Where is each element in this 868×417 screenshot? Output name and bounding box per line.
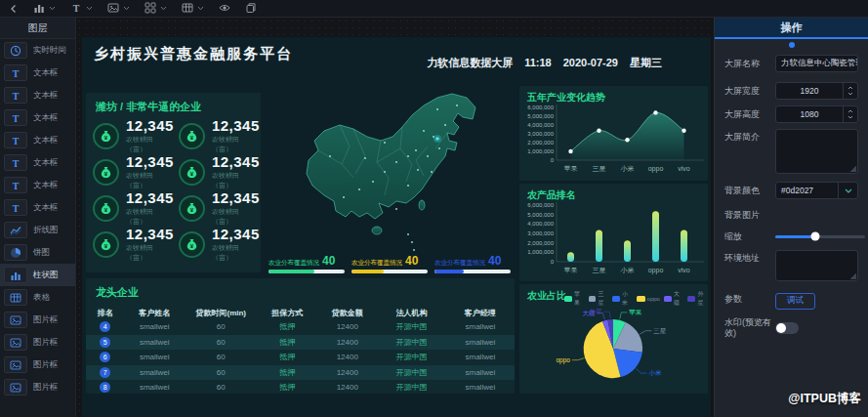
stat-item[interactable]: ¥ 12,345 农牧耕田（亩） [174, 190, 260, 227]
image-icon [4, 334, 27, 351]
layer-item-label: 图片框 [33, 382, 59, 394]
svg-text:6,000,000: 6,000,000 [527, 104, 554, 110]
image-icon [107, 0, 119, 18]
stat-item[interactable]: ¥ 12,345 农牧耕田（亩） [174, 227, 260, 263]
layer-item-label: 表格 [33, 292, 50, 304]
table-row[interactable]: 5smallwei60抵押12400开源中国smallwei [86, 335, 515, 351]
layer-item-line[interactable]: 折线图 [0, 219, 75, 241]
stat-item[interactable]: ¥ 12,345 农牧耕田（亩） [174, 154, 260, 190]
gauge-track [269, 270, 345, 273]
toolbar-copy-button[interactable] [245, 0, 257, 18]
layer-item-text[interactable]: T 文本框 [0, 62, 75, 84]
inspector-tabs[interactable] [715, 37, 868, 50]
table-cell: smallwei [446, 383, 515, 392]
table-header-cell: 客户姓名 [125, 308, 185, 318]
layer-item-text[interactable]: T 文本框 [0, 84, 75, 106]
toolbar-table-button[interactable] [182, 0, 204, 18]
table-cell: smallwei [446, 322, 515, 331]
layer-item-image[interactable]: 图片框 [0, 309, 75, 331]
layer-item-text[interactable]: T 文本框 [0, 106, 75, 129]
layer-item-bar[interactable]: 柱状图 [0, 264, 75, 286]
stat-item[interactable]: ¥ 12,345 农牧耕田（亩） [88, 154, 174, 190]
svg-text:5,000,000: 5,000,000 [527, 212, 554, 218]
layer-item-clock[interactable]: 实时时间 [0, 39, 75, 62]
layer-item-text[interactable]: T 文本框 [0, 196, 75, 219]
leading-enterprise-panel[interactable]: 龙头企业 排名客户姓名贷款时间(min)担保方式贷款金额法人机构客户经理4sma… [86, 278, 515, 394]
trend-chart-panel[interactable]: 五年产业变化趋势 01,000,0002,000,0003,000,0004,0… [519, 86, 708, 181]
resize-handle[interactable] [849, 272, 856, 279]
table-cell: smallwei [125, 353, 185, 361]
toolbar-eye-button[interactable] [219, 0, 230, 18]
layer-item-label: 折线图 [33, 225, 59, 236]
toolbar-chart-button[interactable] [33, 0, 56, 18]
china-map[interactable] [264, 84, 514, 254]
toggle-knob [776, 323, 786, 333]
table-cell: 抵押 [258, 382, 317, 393]
editor-canvas[interactable]: 乡村振兴普惠金融服务平台 力软信息数据大屏 11:18 2020-07-29 星… [76, 18, 714, 417]
leading-enterprise-table: 排名客户姓名贷款时间(min)担保方式贷款金额法人机构客户经理4smallwei… [86, 306, 515, 396]
stat-value: 12,345 [212, 227, 260, 241]
screen-height-input[interactable]: 1080 [775, 105, 858, 123]
workspace: 图层 实时时间 T 文本框 T 文本框 T 文本框 T 文本框 T 文本框 T … [0, 18, 868, 417]
layer-item-text[interactable]: T 文本框 [0, 129, 75, 151]
text-icon: T [4, 154, 27, 171]
table-row[interactable]: 6smallwei60抵押12400开源中国smallwei [86, 350, 515, 365]
stats-panel[interactable]: 潍坊 / 非常牛逼的企业 ¥ 12,345 农牧耕田（亩） ¥ 12,345 农… [86, 93, 261, 272]
stat-item[interactable]: ¥ 12,345 农牧耕田（亩） [88, 190, 174, 227]
svg-text:4,000,000: 4,000,000 [527, 122, 554, 128]
layer-item-text[interactable]: T 文本框 [0, 151, 75, 174]
bg-color-input[interactable]: #0d2027 [775, 182, 858, 199]
table-cell: 12400 [317, 338, 377, 347]
screen-width-label: 大屏宽度 [724, 86, 775, 97]
chevron-up-icon [847, 109, 853, 113]
height-stepper[interactable] [843, 106, 857, 122]
watermark-toggle-label: 水印(预览有效) [724, 317, 775, 339]
stat-item[interactable]: ¥ 12,345 农牧耕田（亩） [174, 118, 260, 154]
proportion-chart-panel[interactable]: 农业占比 苹果 三星 小米 oppo 大疆 外星 [519, 284, 708, 394]
layer-item-image[interactable]: 图片框 [0, 354, 75, 376]
layer-item-image[interactable]: 图片框 [0, 376, 75, 398]
layer-item-table[interactable]: 表格 [0, 286, 75, 309]
pie-icon [4, 244, 27, 261]
active-tab-dot[interactable] [789, 42, 795, 48]
top-toolbar: T [0, 0, 868, 18]
layer-item-pie[interactable]: 饼图 [0, 241, 75, 264]
dashboard-preview[interactable]: 乡村振兴普惠金融服务平台 力软信息数据大屏 11:18 2020-07-29 星… [82, 37, 711, 417]
table-row[interactable]: 7smallwei60抵押12400开源中国smallwei [86, 365, 515, 381]
color-picker-button[interactable] [838, 183, 857, 198]
table-row[interactable]: 4smallwei60抵押12400开源中国smallwei [86, 319, 515, 335]
screen-intro-textarea[interactable] [775, 129, 858, 174]
table-cell: smallwei [446, 368, 515, 377]
resize-handle[interactable] [849, 165, 856, 172]
layer-item-text[interactable]: T 文本框 [0, 174, 75, 196]
layer-item-image[interactable]: 图片框 [0, 331, 75, 354]
stat-item[interactable]: ¥ 12,345 农牧耕田（亩） [88, 118, 174, 154]
stat-caption: 农牧耕田（亩） [126, 135, 174, 154]
zoom-slider-handle[interactable] [811, 232, 820, 241]
toolbar-text-button[interactable]: T [70, 0, 93, 18]
zoom-slider[interactable] [775, 235, 865, 238]
table-row[interactable]: 8smallwei60抵押12400开源中国smallwei [86, 380, 515, 396]
svg-text:0: 0 [551, 157, 555, 163]
svg-text:三星: 三星 [653, 327, 667, 334]
chevron-down-icon [847, 92, 853, 96]
params-label: 参数 [724, 294, 775, 305]
stat-item[interactable]: ¥ 12,345 农牧耕田（亩） [88, 227, 174, 263]
watermark-toggle[interactable] [775, 322, 799, 334]
svg-text:小米: 小米 [621, 165, 635, 172]
inspector-panel: 操作 大屏名称 力软信息中心陶瓷管理端（全端 大屏宽度 1920 [714, 18, 868, 417]
stat-value: 12,345 [126, 118, 174, 133]
toolbar-widget-button[interactable] [145, 0, 167, 18]
width-stepper[interactable] [843, 83, 857, 99]
text-icon: T [4, 109, 27, 126]
toolbar-image-button[interactable] [107, 0, 130, 18]
toolbar-back-button[interactable] [9, 0, 19, 18]
trend-area-chart: 01,000,0002,000,0003,000,0004,000,0005,0… [519, 100, 708, 179]
screen-name-input[interactable]: 力软信息中心陶瓷管理端（全端 [775, 55, 858, 72]
env-url-textarea[interactable] [775, 250, 858, 281]
table-cell: 抵押 [258, 337, 317, 348]
screen-width-input[interactable]: 1920 [775, 82, 858, 100]
ranking-chart-panel[interactable]: 农产品排名 01,000,0002,000,0003,000,0004,000,… [519, 184, 708, 281]
svg-text:vivo: vivo [678, 267, 690, 273]
debug-button[interactable]: 调试 [775, 293, 815, 310]
